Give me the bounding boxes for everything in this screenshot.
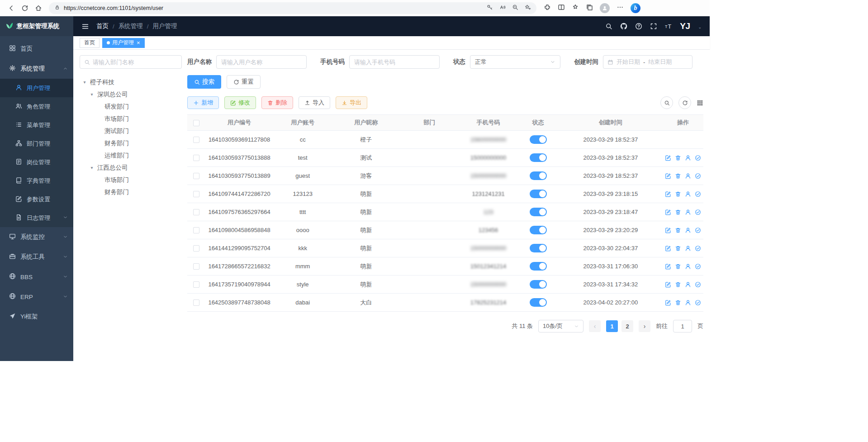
add-button[interactable]: 新增 [187, 96, 219, 109]
sidebar-item-dict-management[interactable]: 字典管理 [0, 171, 73, 190]
tab-user-management[interactable]: 用户管理× [102, 38, 145, 48]
row-assign-role-button[interactable] [695, 227, 701, 233]
tree-node[interactable]: 运维部门 [80, 149, 182, 162]
browser-profile-avatar[interactable] [600, 3, 610, 13]
breadcrumb-item[interactable]: 用户管理 [153, 22, 177, 30]
column-header[interactable]: 创建时间 [559, 115, 663, 131]
caret-down-icon[interactable]: ▾ [89, 92, 95, 97]
add-favorite-icon[interactable] [525, 4, 531, 12]
browser-back-button[interactable] [5, 2, 18, 14]
url-text[interactable]: https://ccnetcore.com:1101/system/user [64, 5, 483, 11]
caret-down-icon[interactable]: ▾ [89, 165, 95, 170]
row-reset-password-button[interactable] [685, 245, 691, 252]
status-toggle[interactable] [530, 135, 547, 144]
column-header[interactable]: 手机号码 [459, 115, 518, 131]
row-checkbox[interactable] [193, 299, 199, 306]
sidebar-item-system-monitor[interactable]: 系统监控 [0, 227, 73, 247]
row-reset-password-button[interactable] [685, 191, 691, 197]
table-refresh-button[interactable] [678, 96, 691, 109]
sidebar-item-dept-management[interactable]: 部门管理 [0, 134, 73, 153]
app-logo[interactable]: 意框架管理系统 [0, 16, 73, 36]
tree-node[interactable]: ▾深圳总公司 [80, 88, 182, 100]
row-delete-button[interactable] [675, 191, 681, 197]
column-header[interactable]: 部门 [400, 115, 459, 131]
password-key-icon[interactable] [487, 4, 493, 12]
select-all-checkbox[interactable] [193, 120, 199, 126]
sidebar-item-post-management[interactable]: 岗位管理 [0, 153, 73, 171]
split-screen-icon[interactable] [558, 4, 565, 13]
caret-down-icon[interactable]: ▾ [81, 80, 88, 85]
goto-page-input[interactable] [673, 320, 692, 333]
export-button[interactable]: 导出 [336, 96, 367, 109]
status-toggle[interactable] [530, 298, 547, 307]
row-reset-password-button[interactable] [685, 173, 691, 179]
department-search-input[interactable] [93, 59, 177, 66]
status-select[interactable]: 正常 [470, 55, 560, 69]
username-input[interactable] [216, 55, 307, 69]
row-checkbox[interactable] [193, 191, 199, 197]
row-assign-role-button[interactable] [695, 173, 701, 179]
row-edit-button[interactable] [665, 209, 671, 215]
browser-home-button[interactable] [32, 2, 45, 14]
read-aloud-icon[interactable] [499, 4, 506, 12]
column-header[interactable]: 状态 [518, 115, 559, 131]
sidebar-item-log-management[interactable]: 日志管理 [0, 209, 73, 227]
browser-address-bar[interactable]: https://ccnetcore.com:1101/system/user [49, 2, 536, 14]
row-reset-password-button[interactable] [685, 281, 691, 288]
tree-node[interactable]: 市场部门 [80, 174, 182, 186]
row-checkbox[interactable] [193, 173, 199, 179]
github-icon[interactable] [620, 23, 627, 30]
sidebar-item-yi-framework[interactable]: Yi框架 [0, 307, 73, 327]
next-page-button[interactable]: › [639, 320, 650, 332]
row-edit-button[interactable] [665, 245, 671, 252]
column-header[interactable]: 操作 [663, 115, 703, 131]
status-toggle[interactable] [530, 280, 547, 289]
tree-node[interactable]: ▾橙子科技 [80, 76, 182, 88]
search-button[interactable]: 搜索 [187, 75, 221, 89]
row-delete-button[interactable] [675, 227, 681, 233]
edit-button[interactable]: 修改 [224, 96, 256, 109]
favorites-bar-icon[interactable] [572, 4, 579, 13]
row-checkbox[interactable] [193, 227, 199, 233]
page-button[interactable]: 2 [621, 320, 633, 332]
status-toggle[interactable] [530, 244, 547, 252]
zoom-out-icon[interactable] [512, 4, 518, 12]
sidebar-collapse-icon[interactable] [81, 23, 89, 30]
date-range-picker[interactable]: 开始日期 - 结束日期 [603, 55, 693, 69]
row-assign-role-button[interactable] [695, 263, 701, 270]
tree-node[interactable]: 财务部门 [80, 137, 182, 149]
row-edit-button[interactable] [665, 155, 671, 161]
column-header[interactable]: 用户昵称 [332, 115, 400, 131]
row-edit-button[interactable] [665, 173, 671, 179]
tree-node[interactable]: 测试部门 [80, 125, 182, 137]
browser-refresh-button[interactable] [18, 2, 32, 14]
column-header[interactable]: 用户编号 [205, 115, 273, 131]
reset-button[interactable]: 重置 [227, 75, 261, 89]
row-assign-role-button[interactable] [695, 155, 701, 161]
row-assign-role-button[interactable] [695, 191, 701, 197]
status-toggle[interactable] [530, 262, 547, 271]
row-edit-button[interactable] [665, 263, 671, 270]
sidebar-item-user-management[interactable]: 用户管理 [0, 79, 73, 97]
font-size-icon[interactable]: TT [665, 23, 672, 30]
status-toggle[interactable] [530, 226, 547, 234]
row-delete-button[interactable] [675, 245, 681, 252]
row-reset-password-button[interactable] [685, 263, 691, 270]
row-assign-role-button[interactable] [695, 281, 701, 288]
collections-icon[interactable] [586, 4, 593, 13]
close-icon[interactable]: × [137, 40, 140, 46]
sidebar-item-system-tools[interactable]: 系统工具 [0, 247, 73, 267]
row-checkbox[interactable] [193, 263, 199, 270]
tree-node[interactable]: 市场部门 [80, 113, 182, 125]
status-toggle[interactable] [530, 208, 547, 216]
row-delete-button[interactable] [675, 263, 681, 270]
row-reset-password-button[interactable] [685, 209, 691, 215]
sidebar-item-home[interactable]: 首页 [0, 39, 73, 59]
row-checkbox[interactable] [193, 155, 199, 161]
tree-node[interactable]: 研发部门 [80, 100, 182, 113]
row-assign-role-button[interactable] [695, 209, 701, 215]
status-toggle[interactable] [530, 190, 547, 198]
sidebar-item-menu-management[interactable]: 菜单管理 [0, 116, 73, 134]
extensions-icon[interactable] [544, 4, 551, 13]
sidebar-item-bbs[interactable]: BBS [0, 267, 73, 287]
